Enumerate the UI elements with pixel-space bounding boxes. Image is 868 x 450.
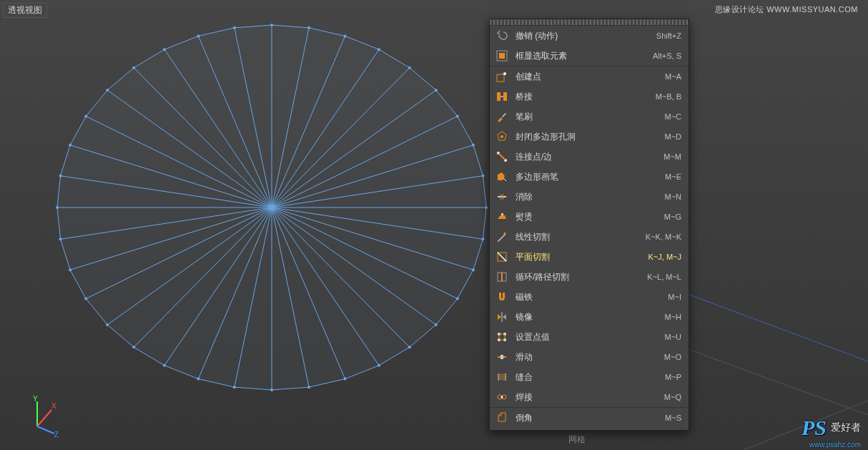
bevel-icon	[494, 410, 510, 426]
watermark: PS 爱好者 www.psahz.com	[802, 416, 861, 440]
point-icon	[494, 69, 510, 84]
menu-item-slide[interactable]: 滑动M~O	[490, 347, 689, 367]
svg-point-49	[132, 346, 135, 348]
menu-item-frame[interactable]: 框显选取元素Alt+S, S	[490, 46, 689, 66]
menu-item-label: 倒角	[516, 412, 659, 424]
svg-point-87	[500, 135, 503, 138]
watermark-url: www.psahz.com	[809, 441, 861, 449]
menu-item-loop-cut[interactable]: 循环/路径切割K~L, M~L	[490, 267, 689, 287]
menu-grip[interactable]	[490, 19, 689, 26]
viewport[interactable]: 透视视图 思缘设计论坛 WWW.MISSYUAN.COM 网格 Y X Z PS…	[0, 0, 868, 450]
svg-rect-84	[503, 92, 507, 101]
svg-line-90	[498, 153, 505, 160]
menu-item-label: 笔刷	[516, 111, 659, 123]
svg-point-43	[233, 386, 236, 388]
svg-point-13	[408, 67, 411, 69]
poly-pen-icon	[494, 169, 510, 185]
svg-rect-81	[497, 74, 504, 82]
svg-point-45	[197, 378, 199, 381]
menu-item-stitch[interactable]: 缝合M~P	[490, 367, 689, 387]
dissolve-icon	[494, 189, 510, 205]
menu-item-bridge[interactable]: 桥接M~B, B	[490, 87, 689, 107]
menu-item-set-point[interactable]: 设置点值M~U	[490, 327, 689, 347]
svg-point-59	[56, 206, 59, 209]
menu-item-label: 创建点	[516, 71, 659, 83]
menu-item-label: 缝合	[516, 371, 659, 383]
menu-item-label: 镜像	[516, 311, 659, 323]
svg-point-11	[378, 48, 380, 51]
menu-item-shortcut: M~M	[664, 152, 681, 161]
plane-cut-icon	[494, 249, 510, 265]
svg-line-98	[498, 253, 506, 261]
viewport-label[interactable]: 透视视图	[3, 3, 47, 18]
svg-point-37	[344, 378, 347, 381]
svg-rect-95	[501, 213, 503, 215]
knife-icon	[494, 229, 510, 245]
loop-cut-icon	[494, 269, 510, 285]
menu-item-bevel[interactable]: 倒角M~S	[490, 407, 689, 428]
frame-icon	[494, 48, 510, 64]
svg-point-51	[106, 323, 109, 326]
svg-point-61	[59, 175, 62, 177]
svg-point-25	[481, 238, 484, 240]
svg-point-82	[503, 72, 506, 75]
svg-point-33	[408, 346, 411, 348]
menu-item-weld[interactable]: 焊接M~Q	[490, 387, 689, 407]
menu-item-shortcut: M~G	[664, 212, 681, 221]
context-menu[interactable]: 撤销 (动作)Shift+Z框显选取元素Alt+S, S创建点M~A桥接M~B,…	[489, 19, 689, 431]
mirror-icon	[494, 309, 510, 325]
svg-point-5	[270, 24, 273, 26]
axis-x-label: X	[51, 402, 56, 410]
menu-item-point[interactable]: 创建点M~A	[490, 66, 689, 87]
svg-point-67	[106, 89, 109, 92]
menu-item-undo[interactable]: 撤销 (动作)Shift+Z	[490, 26, 689, 46]
weld-icon	[494, 389, 510, 405]
menu-item-brush[interactable]: 笔刷M~C	[490, 107, 689, 127]
svg-point-35	[378, 364, 380, 367]
menu-item-connect[interactable]: 连接点/边M~M	[490, 147, 689, 167]
menu-item-label: 平面切割	[516, 251, 643, 263]
svg-line-1	[672, 343, 868, 415]
menu-item-dissolve[interactable]: 消除M~N	[490, 187, 689, 207]
menu-item-shortcut: Shift+Z	[656, 31, 681, 40]
menu-item-shortcut: M~O	[664, 353, 681, 361]
menu-item-label: 消除	[516, 191, 659, 203]
svg-point-39	[307, 386, 310, 388]
svg-rect-83	[497, 92, 500, 101]
menu-item-plane-cut[interactable]: 平面切割K~J, M~J	[490, 247, 689, 267]
svg-point-17	[456, 115, 459, 118]
svg-point-71	[163, 48, 166, 51]
connect-icon	[494, 149, 510, 165]
svg-point-9	[344, 34, 347, 37]
svg-point-65	[84, 115, 87, 118]
menu-item-shortcut: M~E	[665, 172, 681, 181]
menu-item-label: 连接点/边	[516, 151, 658, 163]
menu-item-magnet[interactable]: 磁铁M~I	[490, 287, 689, 307]
menu-item-knife[interactable]: 线性切割K~K, M~K	[490, 227, 689, 247]
svg-point-19	[472, 144, 475, 147]
menu-item-shortcut: M~S	[665, 414, 681, 422]
menu-item-label: 熨烫	[516, 211, 659, 223]
magnet-icon	[494, 289, 510, 305]
scene-wireframe	[0, 0, 868, 450]
menu-item-close-hole[interactable]: 封闭多边形孔洞M~D	[490, 127, 689, 147]
menu-item-label: 滑动	[516, 351, 659, 363]
svg-point-73	[197, 34, 199, 37]
menu-item-iron[interactable]: 熨烫M~G	[490, 207, 689, 227]
svg-line-78	[37, 426, 54, 434]
svg-point-27	[472, 268, 475, 271]
svg-marker-91	[498, 172, 505, 180]
svg-point-75	[233, 26, 236, 29]
svg-point-63	[69, 144, 71, 147]
svg-rect-110	[500, 355, 503, 359]
menu-item-mirror[interactable]: 镜像M~H	[490, 307, 689, 327]
menu-item-label: 设置点值	[516, 331, 659, 343]
menu-item-label: 磁铁	[516, 291, 662, 303]
svg-point-57	[59, 238, 62, 240]
source-label: 思缘设计论坛 WWW.MISSYUAN.COM	[715, 4, 858, 15]
slide-icon	[494, 349, 510, 365]
svg-point-118	[501, 396, 503, 398]
menu-item-poly-pen[interactable]: 多边形画笔M~E	[490, 167, 689, 187]
menu-item-label: 线性切割	[516, 231, 640, 243]
svg-line-0	[672, 288, 868, 361]
